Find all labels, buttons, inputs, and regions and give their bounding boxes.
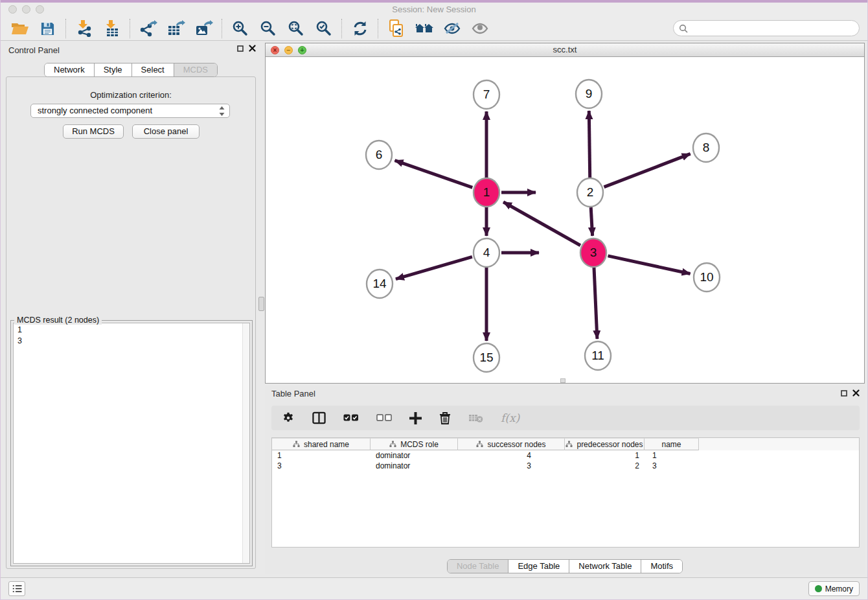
table-cell[interactable]: 3	[272, 461, 371, 471]
optimization-label: Optimization criterion:	[6, 90, 255, 100]
delete-table-icon[interactable]	[468, 413, 483, 423]
column-header-label: successor nodes	[487, 440, 545, 449]
network-minimize-button[interactable]: −	[284, 46, 293, 54]
table-row[interactable]: 3dominator323	[272, 461, 859, 471]
minimize-window-button[interactable]	[22, 5, 30, 14]
edge-3-11[interactable]	[594, 268, 597, 339]
network-window-titlebar[interactable]: × − + scc.txt	[266, 43, 864, 57]
tab-node-table[interactable]: Node Table	[448, 560, 509, 573]
hierarchy-icon	[389, 441, 396, 448]
edge-3-1[interactable]	[503, 202, 580, 246]
edge-3-10[interactable]	[608, 256, 691, 274]
import-table-icon	[104, 20, 120, 37]
import-table-button[interactable]	[98, 17, 126, 40]
add-column-icon[interactable]	[409, 412, 422, 424]
column-header-name[interactable]: name	[645, 438, 699, 450]
zoom-selected-button[interactable]	[310, 17, 337, 40]
tab-network-table[interactable]: Network Table	[569, 560, 641, 573]
toolbar-separator	[65, 19, 66, 38]
result-scrollbar[interactable]	[242, 323, 249, 563]
function-builder-icon[interactable]: f(x)	[501, 411, 520, 424]
mcds-result-area[interactable]: 1 3	[13, 323, 250, 564]
node-label-11: 11	[591, 349, 604, 362]
titlebar[interactable]: Session: New Session	[1, 3, 867, 17]
criterion-value: strongly connected component	[38, 106, 152, 115]
network-graph[interactable]: 7968124314101511	[266, 57, 864, 383]
table-cell[interactable]: 1	[645, 450, 699, 461]
node-label-2: 2	[587, 185, 594, 199]
table-cell[interactable]: dominator	[371, 450, 458, 461]
tab-style[interactable]: Style	[95, 63, 132, 76]
column-header-label: MCDS role	[400, 440, 439, 449]
import-network-button[interactable]	[70, 17, 98, 40]
network-close-button[interactable]: ×	[271, 46, 279, 54]
table-cell[interactable]: 4	[458, 450, 565, 461]
tab-motifs[interactable]: Motifs	[641, 560, 682, 573]
zoom-in-button[interactable]	[226, 17, 254, 40]
hide-selected-button[interactable]	[438, 17, 466, 40]
table-cell[interactable]: 2	[565, 461, 645, 471]
table-row[interactable]: 1dominator411	[272, 450, 859, 461]
vertical-splitter-handle[interactable]	[258, 297, 264, 311]
close-panel-button[interactable]: Close panel	[132, 124, 200, 139]
column-header-successor-nodes[interactable]: successor nodes	[458, 438, 565, 450]
tab-edge-table[interactable]: Edge Table	[508, 560, 569, 573]
column-header-mcds-role[interactable]: MCDS role	[371, 438, 458, 450]
network-canvas[interactable]: 7968124314101511	[266, 57, 864, 383]
table-cell[interactable]: 3	[458, 461, 565, 471]
maximize-window-button[interactable]	[36, 5, 44, 14]
edge-2-8[interactable]	[604, 154, 691, 187]
edge-2-3[interactable]	[591, 207, 592, 236]
table-cell[interactable]: 1	[565, 450, 645, 461]
zoom-out-button[interactable]	[254, 17, 282, 40]
first-neighbors-button[interactable]	[410, 17, 438, 40]
zoom-fit-button[interactable]	[282, 17, 310, 40]
tab-network[interactable]: Network	[45, 63, 95, 76]
hierarchy-icon	[476, 441, 483, 448]
memory-button[interactable]: Memory	[808, 581, 860, 596]
task-history-button[interactable]	[8, 581, 25, 596]
select-all-checkboxes-icon[interactable]	[343, 414, 359, 422]
control-panel-title: Control Panel	[8, 45, 255, 58]
column-header-predecessor-nodes[interactable]: predecessor nodes	[565, 438, 645, 450]
export-image-button[interactable]	[190, 17, 218, 40]
save-session-button[interactable]	[34, 17, 62, 40]
float-panel-icon[interactable]	[237, 45, 244, 52]
open-session-button[interactable]	[6, 17, 34, 40]
close-table-panel-icon[interactable]	[852, 389, 860, 397]
edge-1-6[interactable]	[395, 161, 473, 188]
refresh-view-button[interactable]	[346, 17, 374, 40]
toolbar-separator	[130, 19, 130, 38]
table-cell[interactable]: 1	[272, 450, 371, 461]
network-maximize-button[interactable]: +	[298, 46, 306, 54]
tab-select[interactable]: Select	[132, 63, 174, 76]
edge-4-14[interactable]	[396, 257, 472, 279]
close-window-button[interactable]	[8, 5, 17, 14]
search-input[interactable]	[691, 23, 859, 33]
settings-gear-icon[interactable]	[282, 411, 295, 424]
delete-column-trash-icon[interactable]	[439, 411, 451, 424]
export-network-button[interactable]	[134, 17, 162, 40]
float-table-panel-icon[interactable]	[841, 390, 847, 397]
tab-mcds[interactable]: MCDS	[174, 63, 217, 76]
window-controls	[8, 5, 44, 14]
table-cell[interactable]: dominator	[371, 461, 458, 471]
table-panel: Table Panel f(x) shared nameMCDS rolesuc…	[265, 386, 865, 574]
run-mcds-button[interactable]: Run MCDS	[63, 124, 124, 139]
horizontal-splitter-handle[interactable]	[560, 378, 565, 383]
application-window: Session: New Session	[0, 0, 868, 600]
split-view-icon[interactable]	[312, 411, 326, 424]
edge-2-9[interactable]	[589, 111, 589, 178]
export-table-button[interactable]	[162, 17, 190, 40]
eye-slash-icon	[443, 21, 461, 36]
close-panel-icon[interactable]	[249, 45, 256, 52]
copy-view-button[interactable]	[382, 17, 410, 40]
table-cell[interactable]: 3	[645, 461, 699, 471]
node-label-15: 15	[479, 351, 493, 364]
show-all-button[interactable]	[466, 17, 494, 40]
search-field[interactable]	[673, 20, 860, 36]
hierarchy-icon	[293, 441, 300, 448]
criterion-dropdown[interactable]: strongly connected component	[30, 104, 230, 118]
column-header-shared-name[interactable]: shared name	[272, 438, 371, 450]
deselect-all-checkboxes-icon[interactable]	[376, 414, 392, 422]
